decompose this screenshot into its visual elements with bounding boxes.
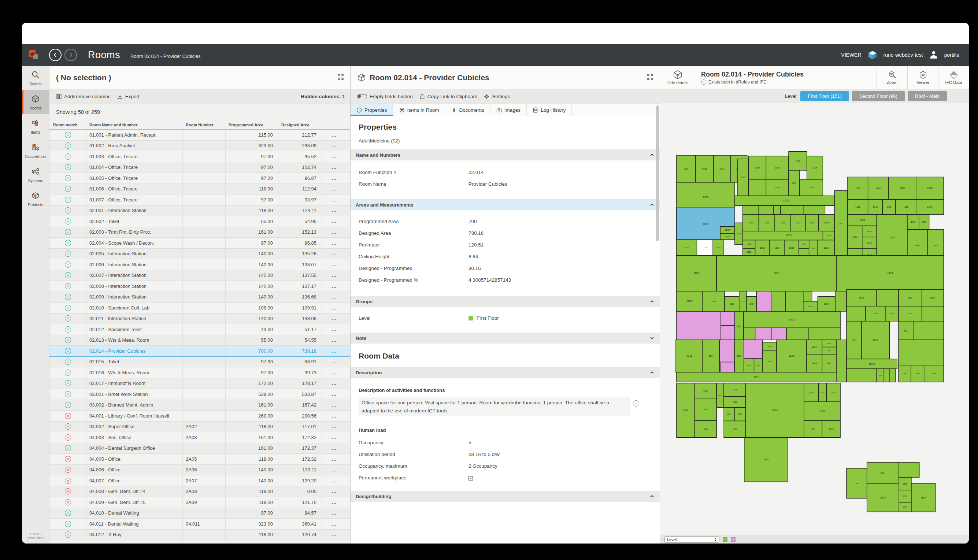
table-row[interactable]: ✓04.012 - X-Ray118.00120.74... xyxy=(50,530,350,541)
table-row[interactable]: ✓01.005 - Office, Tricare97.0096.87... xyxy=(50,173,350,184)
table-row[interactable]: ✓02.012 - Specimen Toilet43.0051.17... xyxy=(50,324,350,335)
table-row[interactable]: ×04.007 - Office2A07140.00129.20... xyxy=(50,475,350,487)
table-row[interactable]: ✓02.009 - Interaction Station140.00136.6… xyxy=(50,292,350,303)
row-more-button[interactable]: ... xyxy=(322,229,347,235)
table-row[interactable]: ✓02.010 - Specimen Coll. Lab108.00109.91… xyxy=(50,303,350,313)
table-row[interactable]: ✓02.014 - Provider Cubicles700.00730.16.… xyxy=(50,346,350,357)
table-row[interactable]: ✓02.008 - Interaction Station140.00137.1… xyxy=(50,281,350,292)
row-more-button[interactable]: ... xyxy=(322,132,347,138)
plan-room[interactable] xyxy=(799,248,809,255)
row-more-button[interactable]: ... xyxy=(322,392,347,397)
row-more-button[interactable]: ... xyxy=(322,478,347,483)
export-button[interactable]: Export xyxy=(117,94,140,99)
level-button-2[interactable]: Second Floor (96) xyxy=(852,91,905,101)
table-row[interactable]: ✓04.010 - Dental Waiting97.0084.57... xyxy=(50,508,350,519)
plan-room[interactable] xyxy=(899,462,920,477)
sidebar-item-search[interactable]: Search xyxy=(22,66,49,90)
row-more-button[interactable]: ... xyxy=(322,359,347,364)
plan-room[interactable] xyxy=(836,340,846,382)
table-row[interactable]: ✓03.001 - Bmet Work Station538.00533.87.… xyxy=(50,389,350,400)
table-row[interactable]: ✓04.011 - Dental Waiting04.011323.00360.… xyxy=(50,518,350,530)
table-row[interactable]: ✓02.007 - Interaction Station140.00137.5… xyxy=(50,270,350,281)
table-row[interactable]: ×04.005 - Office2A05118.00172.32... xyxy=(50,454,350,465)
table-row[interactable]: ✓02.004 - Scope Wash / Decon.97.0096.85.… xyxy=(50,238,350,249)
table-row[interactable]: ✓02.001 - Interaction Station118.00124.1… xyxy=(50,205,350,217)
plan-room-1B14[interactable] xyxy=(884,369,890,382)
table-row[interactable]: ✓03.002 - Biomed Maint. Admin161.00167.4… xyxy=(50,400,350,411)
row-more-button[interactable]: ... xyxy=(322,413,347,418)
row-more-button[interactable]: ... xyxy=(322,294,347,300)
table-row[interactable]: ×04.009 - Gen. Dent. Dtr #52A09118.00121… xyxy=(50,497,350,508)
tab-images[interactable]: Images xyxy=(490,104,527,116)
expand-details-icon[interactable] xyxy=(646,73,654,82)
plan-room[interactable] xyxy=(808,328,840,340)
plan-room[interactable] xyxy=(846,306,866,321)
table-row[interactable]: ×04.006 - Office2A06140.00130.11... xyxy=(50,465,350,476)
row-more-button[interactable]: ... xyxy=(322,186,347,192)
row-more-button[interactable]: ... xyxy=(322,316,347,321)
copy-link-button[interactable]: Copy Link to Clipboard xyxy=(420,94,478,99)
row-more-button[interactable]: ... xyxy=(322,283,347,289)
checkbox-checked-icon[interactable]: ✓ xyxy=(468,476,473,480)
plan-room[interactable] xyxy=(771,291,786,312)
plan-room[interactable] xyxy=(898,340,943,365)
database-name[interactable]: rune-webdev-test xyxy=(883,52,923,58)
tab-items-in-room[interactable]: Items in Room xyxy=(393,104,445,116)
table-row[interactable]: ✓02.011 - Interaction Station140.00138.0… xyxy=(50,313,350,325)
sidebar-item-systems[interactable]: Systems xyxy=(22,163,49,187)
color-mode-select[interactable]: Level ▲▼ xyxy=(665,536,720,543)
forward-button[interactable] xyxy=(65,49,77,61)
user-icon[interactable] xyxy=(929,50,938,60)
row-more-button[interactable]: ... xyxy=(322,208,347,213)
plan-room[interactable] xyxy=(786,291,803,312)
plan-room[interactable] xyxy=(846,369,876,382)
row-more-button[interactable]: ... xyxy=(322,251,347,257)
table-row[interactable]: ✓01.004 - Office, Tricare97.00102.74... xyxy=(50,162,350,173)
row-more-button[interactable]: ... xyxy=(322,175,347,181)
ifc-data-button[interactable]: IFC Data xyxy=(938,66,969,89)
row-more-button[interactable]: ... xyxy=(322,305,347,311)
row-more-button[interactable]: ... xyxy=(322,380,347,386)
table-row[interactable]: ✓02.017 - Immuniz"N Room172.00178.17... xyxy=(50,378,350,389)
plan-room[interactable] xyxy=(914,321,943,340)
plan-room[interactable] xyxy=(720,362,735,372)
table-row[interactable]: ✓01.007 - Office, Tricare97.0093.97... xyxy=(50,195,350,205)
table-row[interactable]: ✓01.002 - Rmo Analyst323.00298.09... xyxy=(50,141,350,152)
plan-room[interactable] xyxy=(772,328,786,340)
table-row[interactable]: ×04.008 - Gen. Dent. Dtr #42A08118.000.0… xyxy=(50,487,350,497)
viewer-button[interactable]: 3DViewer xyxy=(907,66,938,89)
level-button-1[interactable]: First Floor (151) xyxy=(800,91,849,101)
settings-button[interactable]: Settings xyxy=(484,94,510,99)
section-design-building[interactable]: Design/building xyxy=(350,491,660,502)
plan-room[interactable] xyxy=(721,326,735,340)
row-more-button[interactable]: ... xyxy=(322,348,347,354)
row-more-button[interactable]: ... xyxy=(322,327,347,332)
tab-documents[interactable]: Documents xyxy=(445,104,490,116)
row-more-button[interactable]: ... xyxy=(322,402,347,408)
row-more-button[interactable]: ... xyxy=(322,262,347,267)
section-note[interactable]: Note xyxy=(350,333,660,343)
table-row[interactable]: ✓02.015 - Toliet97.0088.91... xyxy=(50,357,350,368)
zoom-button[interactable]: 3DZoom xyxy=(876,66,907,89)
row-more-button[interactable]: ... xyxy=(322,435,347,440)
empty-fields-toggle[interactable]: Empty fields hidden xyxy=(357,94,413,99)
section-groups[interactable]: Groups xyxy=(350,296,660,307)
row-more-button[interactable]: ... xyxy=(322,240,347,246)
level-button-3[interactable]: Roof - Main xyxy=(908,91,947,101)
row-more-button[interactable]: ... xyxy=(322,424,347,429)
row-more-button[interactable]: ... xyxy=(322,370,347,375)
table-row[interactable]: ×04.003 - Sec. Office2A03161.00172.32... xyxy=(50,432,350,443)
plan-room[interactable] xyxy=(755,328,772,340)
table-row[interactable]: ✓02.016 - Wts & Meas. Room97.0099.73... xyxy=(50,367,350,378)
table-row[interactable]: ×04.001 - Library / Conf. Room Hassell26… xyxy=(50,410,350,422)
row-more-button[interactable]: ... xyxy=(322,488,347,494)
table-row[interactable]: ✓01.001 - Patient Admin. Recept.215.0021… xyxy=(50,130,350,141)
row-more-button[interactable]: ... xyxy=(322,457,347,462)
cube-icon[interactable] xyxy=(867,50,878,60)
sidebar-item-items[interactable]: Items xyxy=(22,114,49,138)
table-row[interactable]: ✓02.006 - Interaction Station140.00138.0… xyxy=(50,259,350,270)
plan-room[interactable] xyxy=(876,290,899,306)
floorplan-viewer[interactable]: 1C191C161C141C121C181C171C151C131CC51C03… xyxy=(660,103,969,535)
table-row[interactable]: ✓01.006 - Office, Tricare118.00112.94... xyxy=(50,184,350,195)
plan-room[interactable] xyxy=(921,306,944,321)
